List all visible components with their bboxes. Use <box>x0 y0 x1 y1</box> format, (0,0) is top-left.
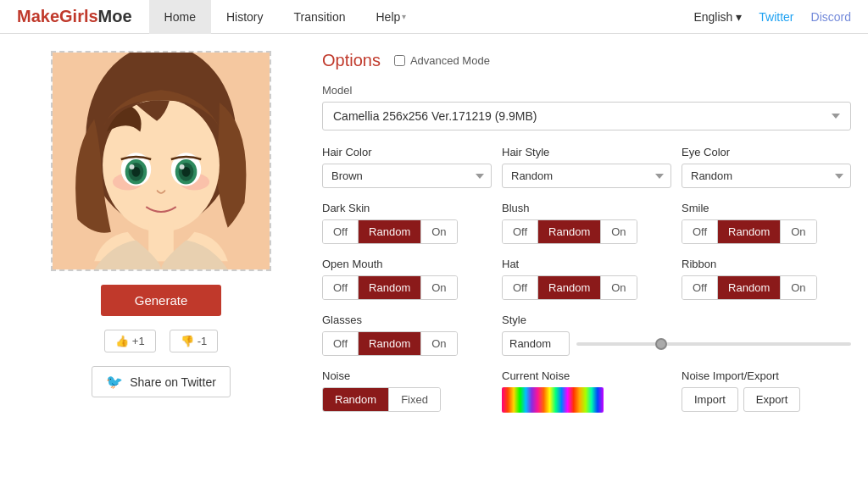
generated-image-box <box>51 51 271 271</box>
glasses-off-btn[interactable]: Off <box>323 332 359 355</box>
hair-color-select[interactable]: Brown Blonde Black Blue Red Random <box>322 164 492 188</box>
nav-history[interactable]: History <box>211 0 279 34</box>
noise-toggle-group: Random Fixed <box>322 387 441 412</box>
model-section: Model Camellia 256x256 Ver.171219 (9.9MB… <box>322 84 851 130</box>
current-noise-bar <box>502 387 604 413</box>
current-noise-label: Current Noise <box>502 369 671 382</box>
nav-transition[interactable]: Transition <box>279 0 361 34</box>
glasses-label: Glasses <box>322 314 492 326</box>
style-option: Style Random Moe Elegant <box>502 314 851 356</box>
nav-home[interactable]: Home <box>149 0 211 34</box>
options-title: Options <box>322 51 381 70</box>
right-panel: Options Advanced Mode Model Camellia 256… <box>322 51 851 413</box>
ribbon-random-btn[interactable]: Random <box>718 276 781 299</box>
advanced-mode-checkbox[interactable] <box>394 55 405 66</box>
nav-discord-link[interactable]: Discord <box>811 10 851 24</box>
hat-toggle-group: Off Random On <box>502 275 637 300</box>
eye-color-label: Eye Color <box>682 146 851 158</box>
open-mouth-random-btn[interactable]: Random <box>359 276 421 299</box>
language-selector[interactable]: English ▾ <box>693 10 742 24</box>
smile-toggle-group: Off Random On <box>682 219 817 244</box>
nav-right: English ▾ Twitter Discord <box>693 10 851 24</box>
nav-links: Home History Transition Help ▾ <box>149 0 422 34</box>
anime-character-svg <box>53 51 270 271</box>
upvote-button[interactable]: 👍 +1 <box>104 330 156 352</box>
brand-black: Moe <box>98 7 132 25</box>
glasses-on-btn[interactable]: On <box>421 332 456 355</box>
twitter-bird-icon: 🐦 <box>106 374 123 390</box>
noise-option: Noise Random Fixed <box>322 369 492 412</box>
noise-import-export-option: Noise Import/Export Import Export <box>682 369 851 412</box>
blush-label: Blush <box>502 202 671 214</box>
dark-skin-option: Dark Skin Off Random On <box>322 202 492 244</box>
nav-twitter-link[interactable]: Twitter <box>759 10 793 24</box>
hat-random-btn[interactable]: Random <box>538 276 601 299</box>
vote-row: 👍 +1 👎 -1 <box>104 330 218 352</box>
noise-fixed-btn[interactable]: Fixed <box>389 388 440 411</box>
open-mouth-option: Open Mouth Off Random On <box>322 258 492 300</box>
open-mouth-toggle-group: Off Random On <box>322 275 458 300</box>
model-label: Model <box>322 84 851 97</box>
smile-random-btn[interactable]: Random <box>718 220 781 243</box>
thumbs-down-icon: 👎 <box>181 335 194 347</box>
style-select[interactable]: Random Moe Elegant <box>502 331 570 356</box>
dark-skin-on-btn[interactable]: On <box>421 220 456 243</box>
hat-off-btn[interactable]: Off <box>503 276 538 299</box>
glasses-option: Glasses Off Random On <box>322 314 492 356</box>
thumbs-up-icon: 👍 <box>115 335 129 347</box>
noise-label: Noise <box>322 369 492 382</box>
model-select[interactable]: Camellia 256x256 Ver.171219 (9.9MB) <box>322 102 851 130</box>
main-container: Generate 👍 +1 👎 -1 🐦 Share on Twitter Op… <box>0 34 868 430</box>
advanced-mode-toggle[interactable]: Advanced Mode <box>394 54 490 67</box>
nav-help[interactable]: Help ▾ <box>360 0 421 34</box>
style-slider[interactable] <box>576 342 851 346</box>
svg-point-9 <box>130 164 135 169</box>
eye-color-select[interactable]: Random Blue Green Brown Red <box>682 164 851 188</box>
hair-style-label: Hair Style <box>502 146 671 158</box>
hair-style-option: Hair Style Random Short Long Twintails <box>502 146 671 188</box>
blush-option: Blush Off Random On <box>502 202 671 244</box>
open-mouth-label: Open Mouth <box>322 258 492 270</box>
hat-on-btn[interactable]: On <box>601 276 636 299</box>
blush-off-btn[interactable]: Off <box>503 220 538 243</box>
twitter-share-button[interactable]: 🐦 Share on Twitter <box>92 366 231 397</box>
left-panel: Generate 👍 +1 👎 -1 🐦 Share on Twitter <box>17 51 305 413</box>
hair-style-select[interactable]: Random Short Long Twintails <box>502 164 671 188</box>
blush-on-btn[interactable]: On <box>601 220 636 243</box>
hair-color-label: Hair Color <box>322 146 492 158</box>
smile-label: Smile <box>682 202 851 214</box>
blush-random-btn[interactable]: Random <box>538 220 601 243</box>
dark-skin-label: Dark Skin <box>322 202 492 214</box>
brand-red: MakeGirls <box>17 7 98 25</box>
current-noise-option: Current Noise <box>502 369 671 413</box>
ribbon-off-btn[interactable]: Off <box>682 276 718 299</box>
style-label: Style <box>502 314 851 326</box>
navbar: MakeGirlsMoe Home History Transition Hel… <box>0 0 868 34</box>
noise-export-btn[interactable]: Export <box>743 387 801 412</box>
lang-chevron-icon: ▾ <box>736 10 742 24</box>
svg-point-14 <box>180 164 185 169</box>
ribbon-on-btn[interactable]: On <box>781 276 815 299</box>
open-mouth-on-btn[interactable]: On <box>421 276 456 299</box>
glasses-toggle-group: Off Random On <box>322 331 458 356</box>
noise-ie-group: Import Export <box>682 387 851 412</box>
open-mouth-off-btn[interactable]: Off <box>323 276 359 299</box>
downvote-button[interactable]: 👎 -1 <box>170 330 219 352</box>
options-header: Options Advanced Mode <box>322 51 851 70</box>
options-grid: Hair Color Brown Blonde Black Blue Red R… <box>322 146 851 356</box>
smile-on-btn[interactable]: On <box>781 220 815 243</box>
smile-option: Smile Off Random On <box>682 202 851 244</box>
noise-import-btn[interactable]: Import <box>682 387 738 412</box>
brand-logo[interactable]: MakeGirlsMoe <box>17 7 132 26</box>
eye-color-option: Eye Color Random Blue Green Brown Red <box>682 146 851 188</box>
dark-skin-random-btn[interactable]: Random <box>359 220 421 243</box>
style-container: Random Moe Elegant <box>502 331 851 356</box>
glasses-random-btn[interactable]: Random <box>359 332 421 355</box>
dark-skin-off-btn[interactable]: Off <box>323 220 359 243</box>
dark-skin-toggle-group: Off Random On <box>322 219 458 244</box>
noise-random-btn[interactable]: Random <box>323 388 389 411</box>
noise-ie-label: Noise Import/Export <box>682 369 851 382</box>
generate-button[interactable]: Generate <box>101 285 222 316</box>
smile-off-btn[interactable]: Off <box>682 220 718 243</box>
blush-toggle-group: Off Random On <box>502 219 637 244</box>
